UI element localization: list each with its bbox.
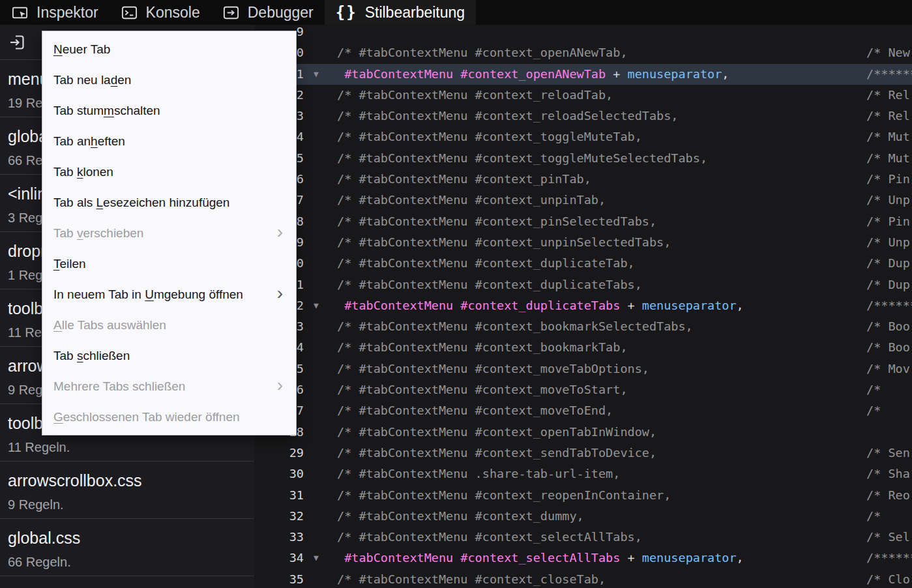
console-icon bbox=[121, 4, 138, 22]
tab-style-editor[interactable]: {} Stilbearbeitung bbox=[325, 0, 476, 25]
fold-arrow-icon[interactable] bbox=[304, 569, 329, 588]
tab-console[interactable]: Konsole bbox=[110, 0, 211, 25]
code-token: menuseparator bbox=[642, 299, 737, 312]
fold-arrow-icon[interactable] bbox=[304, 211, 329, 232]
code-line[interactable]: 12 /* #tabContextMenu #context_reloadTab… bbox=[254, 85, 912, 106]
fold-arrow-icon[interactable]: ▼ bbox=[304, 295, 329, 316]
fold-arrow-icon[interactable] bbox=[304, 359, 329, 379]
code-line[interactable]: 25 /* #tabContextMenu #context_moveTabOp… bbox=[254, 359, 912, 379]
context-menu-item[interactable]: Geschlossenen Tab wieder öffnen bbox=[42, 402, 296, 432]
tab-debugger[interactable]: Debugger bbox=[211, 0, 325, 25]
code-right-comment: /* bbox=[866, 379, 881, 400]
context-menu-item[interactable]: Teilen bbox=[42, 248, 296, 279]
code-line[interactable]: 23 /* #tabContextMenu #context_bookmarkS… bbox=[254, 316, 912, 337]
code-line[interactable]: 14 /* #tabContextMenu #context_toggleMut… bbox=[254, 126, 912, 147]
code-line[interactable]: 33 /* #tabContextMenu #context_selectAll… bbox=[254, 527, 912, 548]
fold-arrow-icon[interactable] bbox=[304, 148, 329, 169]
fold-arrow-icon[interactable] bbox=[304, 316, 329, 337]
code-right-comment: /* Unp bbox=[866, 232, 910, 253]
line-number: 35 bbox=[254, 569, 304, 588]
context-menu-item[interactable]: Neuer Tab bbox=[42, 34, 296, 65]
code-right-comment: /* Reo bbox=[866, 485, 910, 506]
code-line[interactable]: 10 /* #tabContextMenu #context_openANewT… bbox=[254, 42, 912, 63]
source-editor[interactable]: 9 10 /* #tabContextMenu #context_openANe… bbox=[254, 25, 912, 588]
fold-arrow-icon[interactable] bbox=[304, 379, 329, 400]
code-line[interactable]: 24 /* #tabContextMenu #context_bookmarkT… bbox=[254, 337, 912, 358]
stylesheet-name: arrowscrollbox.css bbox=[8, 471, 254, 490]
fold-arrow-icon[interactable] bbox=[304, 443, 329, 463]
code-token: #tabContextMenu #context_duplicateTabs bbox=[337, 299, 620, 312]
code-text: /* #tabContextMenu #context_duplicateTab… bbox=[337, 274, 642, 295]
code-line[interactable]: 21 /* #tabContextMenu #context_duplicate… bbox=[254, 274, 912, 295]
code-line[interactable]: 9 bbox=[254, 25, 912, 42]
fold-arrow-icon[interactable] bbox=[304, 274, 329, 295]
code-line[interactable]: 34 ▼ #tabContextMenu #context_selectAllT… bbox=[254, 548, 912, 568]
code-line[interactable]: 28 /* #tabContextMenu #context_openTabIn… bbox=[254, 422, 912, 443]
fold-arrow-icon[interactable] bbox=[304, 485, 329, 506]
fold-arrow-icon[interactable] bbox=[304, 169, 329, 190]
menu-item-pre: Tab stum bbox=[53, 104, 104, 117]
code-token: /* #tabContextMenu #context_reloadSelect… bbox=[337, 109, 678, 123]
fold-arrow-icon[interactable] bbox=[304, 25, 329, 42]
code-line[interactable]: 11 ▼ #tabContextMenu #context_openANewTa… bbox=[254, 64, 912, 85]
code-line[interactable]: 16 /* #tabContextMenu #context_pinTab, /… bbox=[254, 169, 912, 190]
menu-item-accesskey: h bbox=[91, 134, 98, 148]
fold-arrow-icon[interactable] bbox=[304, 232, 329, 253]
menu-item-post: eften bbox=[98, 134, 125, 148]
context-menu-item[interactable]: Tab schließen bbox=[42, 340, 296, 371]
context-menu-item[interactable]: Tab anheften bbox=[42, 126, 296, 156]
context-menu-item[interactable]: Tab klonen bbox=[42, 156, 296, 187]
code-line[interactable]: 19 /* #tabContextMenu #context_unpinSele… bbox=[254, 232, 912, 253]
fold-arrow-icon[interactable] bbox=[304, 422, 329, 443]
fold-arrow-icon[interactable] bbox=[304, 126, 329, 147]
line-number: 30 bbox=[254, 463, 304, 484]
code-line[interactable]: 22 ▼ #tabContextMenu #context_duplicateT… bbox=[254, 295, 912, 316]
code-text: /* #tabContextMenu #context_unpinTab, bbox=[337, 190, 606, 211]
fold-arrow-icon[interactable]: ▼ bbox=[304, 548, 329, 568]
fold-arrow-icon[interactable] bbox=[304, 42, 329, 63]
fold-arrow-icon[interactable]: ▼ bbox=[304, 64, 329, 85]
code-token: /* #tabContextMenu #context_toggleMuteTa… bbox=[337, 130, 642, 143]
context-menu-item[interactable]: Mehrere Tabs schließen › bbox=[42, 371, 296, 402]
stylesheet-list-item[interactable]: global.css 66 Regeln. bbox=[0, 519, 254, 576]
menu-item-pre: Tab neu la bbox=[53, 73, 111, 87]
code-line[interactable]: 20 /* #tabContextMenu #context_duplicate… bbox=[254, 253, 912, 274]
context-menu-item[interactable]: Tab verschieben › bbox=[42, 218, 296, 248]
code-line[interactable]: 26 /* #tabContextMenu #context_moveToSta… bbox=[254, 379, 912, 400]
fold-arrow-icon[interactable] bbox=[304, 527, 329, 548]
code-text: /* #tabContextMenu #context_reloadSelect… bbox=[337, 106, 678, 126]
code-line[interactable]: 13 /* #tabContextMenu #context_reloadSel… bbox=[254, 106, 912, 126]
code-token: /* #tabContextMenu #context_duplicateTab… bbox=[337, 278, 642, 291]
fold-arrow-icon[interactable] bbox=[304, 506, 329, 527]
code-line[interactable]: 30 /* #tabContextMenu .share-tab-url-ite… bbox=[254, 463, 912, 484]
fold-arrow-icon[interactable] bbox=[304, 190, 329, 211]
code-right-comment: /* bbox=[866, 400, 881, 421]
context-menu-item[interactable]: Tab stummschalten bbox=[42, 95, 296, 126]
code-line[interactable]: 18 /* #tabContextMenu #context_pinSelect… bbox=[254, 211, 912, 232]
context-menu-item[interactable]: In neuem Tab in Umgebung öffnen › bbox=[42, 279, 296, 310]
debugger-icon bbox=[222, 4, 240, 22]
code-token: /* #tabContextMenu #context_selectAllTab… bbox=[337, 530, 642, 544]
code-line[interactable]: 31 /* #tabContextMenu #context_reopenInC… bbox=[254, 485, 912, 506]
code-line[interactable]: 17 /* #tabContextMenu #context_unpinTab,… bbox=[254, 190, 912, 211]
stylesheet-list-item[interactable]: arrowscrollbox.css 9 Regeln. bbox=[0, 462, 254, 519]
code-text: /* #tabContextMenu #context_sendTabToDev… bbox=[337, 443, 656, 463]
context-menu-item[interactable]: Alle Tabs auswählen bbox=[42, 310, 296, 340]
fold-arrow-icon[interactable] bbox=[304, 85, 329, 106]
fold-arrow-icon[interactable] bbox=[304, 253, 329, 274]
fold-arrow-icon[interactable] bbox=[304, 106, 329, 126]
code-line[interactable]: 29 /* #tabContextMenu #context_sendTabTo… bbox=[254, 443, 912, 463]
fold-arrow-icon[interactable] bbox=[304, 337, 329, 358]
fold-arrow-icon[interactable] bbox=[304, 463, 329, 484]
code-line[interactable]: 27 /* #tabContextMenu #context_moveToEnd… bbox=[254, 400, 912, 421]
context-menu-item[interactable]: Tab als Lesezeichen hinzufügen bbox=[42, 187, 296, 218]
import-stylesheet-icon[interactable] bbox=[8, 33, 27, 52]
code-line[interactable]: 32 /* #tabContextMenu #context_dummy, /* bbox=[254, 506, 912, 527]
menu-item-post: lonen bbox=[83, 165, 113, 179]
code-line[interactable]: 15 /* #tabContextMenu #context_toggleMut… bbox=[254, 148, 912, 169]
code-line[interactable]: 35 /* #tabContextMenu #context_closeTab,… bbox=[254, 569, 912, 588]
fold-arrow-icon[interactable] bbox=[304, 400, 329, 421]
code-text: /* #tabContextMenu #context_toggleMuteTa… bbox=[337, 126, 642, 147]
tab-inspector[interactable]: Inspektor bbox=[0, 0, 110, 25]
context-menu-item[interactable]: Tab neu laden bbox=[42, 65, 296, 95]
